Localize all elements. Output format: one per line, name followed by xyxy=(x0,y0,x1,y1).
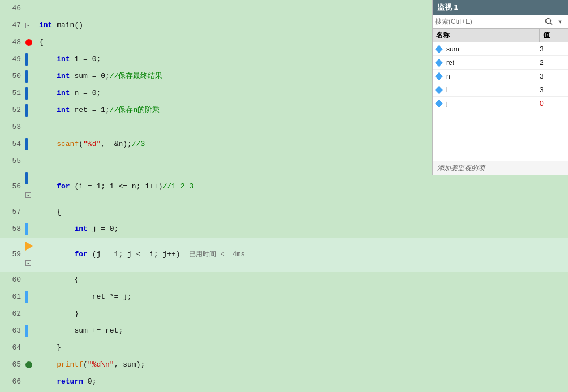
gutter xyxy=(25,136,37,153)
watch-col-name-header: 名称 xyxy=(433,29,540,42)
code-line: sum += ret; xyxy=(37,322,568,339)
table-row: 61 ret *= j; xyxy=(0,288,568,305)
gutter xyxy=(25,153,37,170)
line-number: 56 xyxy=(0,170,25,204)
line-number: 64 xyxy=(0,339,25,356)
code-line: return 0; xyxy=(37,373,568,390)
gutter xyxy=(25,322,37,339)
code-line: } xyxy=(37,305,568,322)
watch-var-value: 2 xyxy=(540,59,568,67)
collapse-icon[interactable]: - xyxy=(25,23,31,28)
blue-indicator xyxy=(25,223,28,235)
keyword-int: int xyxy=(39,21,52,29)
watch-title: 监视 1 xyxy=(433,0,568,15)
line-number: 57 xyxy=(0,204,25,221)
watch-var-name: j xyxy=(445,100,540,107)
watch-search-input[interactable] xyxy=(435,18,543,25)
time-hint: 已用时间 <= 4ms xyxy=(189,251,244,259)
blue-indicator xyxy=(25,70,28,83)
watch-col-value-header: 值 xyxy=(540,29,568,42)
line-number: 54 xyxy=(0,136,25,153)
line-number: 60 xyxy=(0,272,25,288)
gutter xyxy=(25,272,37,288)
watch-item-n[interactable]: n 3 xyxy=(433,70,568,83)
current-line-arrow xyxy=(25,242,33,251)
line-number: 47 xyxy=(0,17,25,34)
watch-add-item[interactable]: 添加要监视的项 xyxy=(433,161,568,175)
line-number: 63 xyxy=(0,322,25,339)
cube-icon xyxy=(435,45,443,53)
search-icon[interactable] xyxy=(543,16,554,27)
blue-indicator xyxy=(25,325,28,337)
line-number: 51 xyxy=(0,85,25,102)
svg-line-1 xyxy=(550,23,553,25)
code-line: ret *= j; xyxy=(37,288,568,305)
gutter: - xyxy=(25,238,37,272)
gutter xyxy=(25,356,37,373)
gutter xyxy=(25,204,37,221)
watch-var-value: 3 xyxy=(540,45,568,53)
table-row: 63 sum += ret; xyxy=(0,322,568,339)
code-line: for (j = 1; j <= i; j++) 已用时间 <= 4ms xyxy=(37,238,568,272)
watch-item-sum[interactable]: sum 3 xyxy=(433,42,568,56)
line-number: 65 xyxy=(0,356,25,373)
line-number: 48 xyxy=(0,34,25,51)
watch-var-name: n xyxy=(445,72,540,80)
line-number: 66 xyxy=(0,373,25,390)
breakpoint-green[interactable] xyxy=(25,361,32,368)
gutter xyxy=(25,288,37,305)
table-row: 58 int j = 0; xyxy=(0,221,568,238)
gutter xyxy=(25,0,37,17)
line-number: 58 xyxy=(0,221,25,238)
gutter xyxy=(25,221,37,238)
cube-icon xyxy=(435,100,443,107)
cube-icon xyxy=(435,72,443,80)
blue-indicator xyxy=(25,291,28,303)
gutter xyxy=(25,102,37,119)
watch-item-i[interactable]: i 3 xyxy=(433,83,568,97)
gutter xyxy=(25,119,37,136)
collapse-icon[interactable]: - xyxy=(25,192,31,198)
gutter xyxy=(25,34,37,51)
blue-indicator xyxy=(25,87,28,100)
code-line: { xyxy=(37,272,568,288)
collapse-icon[interactable]: - xyxy=(25,260,31,266)
line-number: 62 xyxy=(0,305,25,322)
svg-point-0 xyxy=(546,19,551,24)
watch-var-name: ret xyxy=(445,59,540,67)
blue-indicator xyxy=(25,104,28,117)
code-line: printf("%d\n", sum); xyxy=(37,356,568,373)
line-number: 49 xyxy=(0,51,25,68)
watch-panel: 监视 1 ▾ 名称 值 sum 3 xyxy=(432,0,568,175)
gutter: - xyxy=(25,17,37,34)
line-number: 53 xyxy=(0,119,25,136)
watch-search-bar[interactable]: ▾ xyxy=(433,15,568,29)
blue-indicator xyxy=(25,138,28,150)
gutter xyxy=(25,305,37,322)
gutter xyxy=(25,68,37,85)
watch-item-j[interactable]: j 0 xyxy=(433,97,568,110)
watch-column-headers: 名称 值 xyxy=(433,29,568,42)
line-number: 59 xyxy=(0,238,25,272)
blue-indicator xyxy=(25,53,28,66)
line-number: 46 xyxy=(0,0,25,17)
blue-indicator xyxy=(25,172,28,184)
cube-icon xyxy=(435,86,443,94)
breakpoint-dot[interactable] xyxy=(25,39,32,46)
line-number: 52 xyxy=(0,102,25,119)
search-options-icon[interactable]: ▾ xyxy=(554,16,566,27)
table-row: 65 printf("%d\n", sum); xyxy=(0,356,568,373)
gutter xyxy=(25,85,37,102)
table-row-active: 59 - for (j = 1; j <= i; j++) 已用时间 <= 4m… xyxy=(0,238,568,272)
gutter: - xyxy=(25,170,37,204)
table-row: 64 } xyxy=(0,339,568,356)
watch-item-ret[interactable]: ret 2 xyxy=(433,56,568,70)
line-number: 50 xyxy=(0,68,25,85)
func-main: main xyxy=(57,21,74,29)
watch-var-value: 3 xyxy=(540,72,568,80)
code-line: { xyxy=(37,204,568,221)
gutter xyxy=(25,339,37,356)
table-row: 60 { xyxy=(0,272,568,288)
line-number: 55 xyxy=(0,153,25,170)
table-row: 66 return 0; xyxy=(0,373,568,390)
